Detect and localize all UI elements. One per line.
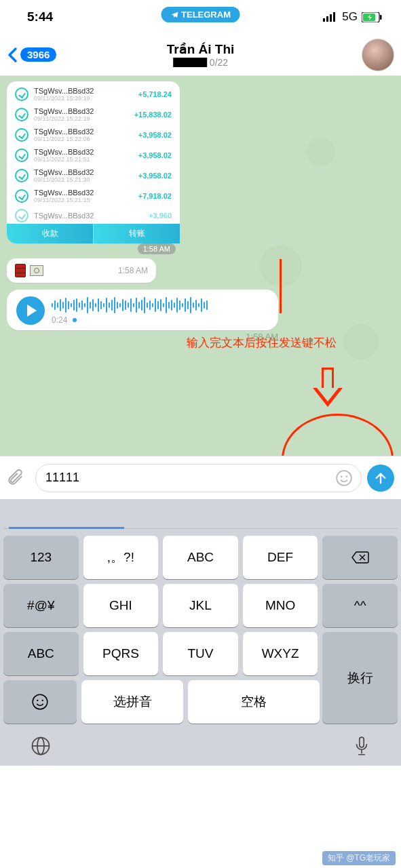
tx-icon (15, 189, 28, 203)
signal-icon (323, 12, 338, 22)
smiley-icon (335, 469, 353, 487)
tx-amount: +5,718.24 (138, 90, 172, 98)
back-button[interactable]: 3966 (7, 47, 56, 63)
status-bar: 5:44 TELEGRAM 5G (0, 0, 401, 34)
unread-dot (73, 318, 77, 322)
tx-icon (15, 108, 28, 121)
transaction-row[interactable]: TSgWsv...BBsd32 09/11/2022 15:39:19 +5,7… (7, 84, 180, 104)
attachment-button[interactable] (7, 469, 30, 487)
chevron-left-icon (7, 47, 18, 63)
key-abc[interactable]: ABC (163, 536, 238, 579)
transaction-row[interactable]: TSgWsv...BBsd32 09/11/2022 15:21:30 +3,9… (7, 165, 180, 186)
barrel-icon (15, 264, 26, 277)
chat-header: 3966 Trần Ái Thi 0/22 (0, 34, 401, 76)
svg-rect-6 (380, 15, 382, 20)
paperclip-icon (7, 469, 24, 487)
msg-timestamp: 1:58 AM (118, 266, 148, 275)
transaction-row[interactable]: TSgWsv...BBsd32 09/11/2022 15:21:51 +3,9… (7, 145, 180, 165)
svg-point-12 (41, 700, 43, 701)
tx-icon (15, 169, 28, 182)
key-mno[interactable]: MNO (243, 584, 318, 627)
tx-time: 09/11/2022 15:22:06 (34, 136, 133, 142)
globe-button[interactable] (31, 736, 51, 757)
play-button[interactable] (16, 296, 45, 325)
tx-time: 09/11/2022 15:22:19 (34, 115, 129, 122)
key-ghi[interactable]: GHI (83, 584, 159, 627)
waveform[interactable]: 0:24 (52, 296, 269, 325)
avatar[interactable] (362, 39, 394, 71)
tx-amount: +3,960 (149, 212, 172, 220)
voice-duration: 0:24 (52, 315, 67, 325)
svg-rect-3 (333, 12, 335, 22)
card-timestamp: 1:58 AM (138, 243, 176, 254)
receive-button[interactable]: 收款 (7, 224, 94, 243)
voice-message[interactable]: 0:24 (7, 290, 278, 330)
key-tuv[interactable]: TUV (163, 632, 238, 675)
backspace-icon (351, 551, 370, 564)
key-pqrs[interactable]: PQRS (83, 632, 159, 675)
tx-amount: +3,958.02 (138, 131, 172, 139)
annotation-circle (282, 414, 394, 456)
svg-rect-0 (323, 18, 325, 22)
tx-amount: +3,958.02 (138, 172, 172, 180)
transaction-row[interactable]: TSgWsv...BBsd32 09/11/2022 15:22:06 +3,9… (7, 125, 180, 145)
arrow-up-icon (373, 471, 388, 486)
watermark: 知乎 @TG老玩家 (322, 851, 396, 865)
app-pill[interactable]: TELEGRAM (161, 7, 240, 22)
tab-indicator (9, 527, 124, 529)
tx-name: TSgWsv...BBsd32 (34, 148, 133, 156)
send-button[interactable] (367, 465, 394, 492)
transaction-row[interactable]: TSgWsv...BBsd32 +3,960 (7, 206, 180, 222)
key-wxyz[interactable]: WXYZ (243, 632, 318, 675)
contact-status: 0/22 (167, 57, 235, 68)
dictation-button[interactable] (353, 736, 370, 757)
globe-icon (31, 736, 51, 756)
card-buttons: 收款 转账 (7, 224, 180, 243)
transaction-row[interactable]: TSgWsv...BBsd32 09/11/2022 15:22:19 +15,… (7, 104, 180, 125)
svg-point-8 (341, 475, 343, 477)
transaction-card[interactable]: TSgWsv...BBsd32 09/11/2022 15:39:19 +5,7… (7, 81, 180, 243)
network-label: 5G (342, 10, 358, 24)
key-[interactable]: #@¥ (3, 584, 79, 627)
microphone-icon (353, 736, 370, 757)
svg-point-11 (37, 700, 38, 701)
pinyin-key[interactable]: 选拼音 (81, 680, 184, 724)
key-jkl[interactable]: JKL (163, 584, 238, 627)
tx-name: TSgWsv...BBsd32 (34, 189, 133, 197)
transfer-button[interactable]: 转账 (94, 224, 180, 243)
tx-icon (15, 128, 28, 142)
tx-name: TSgWsv...BBsd32 (34, 87, 133, 95)
transaction-row[interactable]: TSgWsv...BBsd32 09/11/2022 15:21:15 +7,9… (7, 186, 180, 206)
keyboard-tabs[interactable] (3, 505, 398, 529)
chat-area[interactable]: TSgWsv...BBsd32 09/11/2022 15:39:19 +5,7… (0, 76, 401, 456)
sticker-button[interactable] (335, 469, 356, 487)
money-icon (30, 265, 43, 276)
annotation-arrow (322, 368, 343, 407)
tx-icon (15, 87, 28, 101)
key-def[interactable]: DEF (243, 536, 318, 579)
battery-icon (362, 12, 382, 22)
svg-point-7 (337, 471, 351, 486)
telegram-icon (170, 11, 178, 19)
message-input[interactable] (45, 471, 335, 485)
emoji-message[interactable]: 1:58 AM (7, 258, 156, 283)
tx-amount: +7,918.02 (138, 192, 172, 200)
svg-point-9 (345, 475, 347, 477)
keyboard-footer (3, 724, 398, 763)
tx-name: TSgWsv...BBsd32 (34, 127, 133, 136)
tx-name: TSgWsv...BBsd32 (34, 107, 129, 115)
key-[interactable]: ^^ (322, 584, 398, 627)
chat-title[interactable]: Trần Ái Thi 0/22 (167, 41, 235, 68)
emoji-key[interactable] (3, 680, 77, 724)
tx-icon (15, 149, 28, 162)
svg-rect-2 (330, 14, 332, 22)
backspace-key[interactable] (322, 536, 398, 579)
tx-icon (15, 209, 28, 222)
tx-time: 09/11/2022 15:21:30 (34, 176, 133, 183)
enter-key[interactable]: 换行 (322, 632, 398, 724)
space-key[interactable]: 空格 (188, 680, 320, 724)
tx-amount: +3,958.02 (138, 151, 172, 159)
key-[interactable]: ,。?! (83, 536, 159, 579)
key-123[interactable]: 123 (3, 536, 79, 579)
key-abc[interactable]: ABC (3, 632, 79, 675)
